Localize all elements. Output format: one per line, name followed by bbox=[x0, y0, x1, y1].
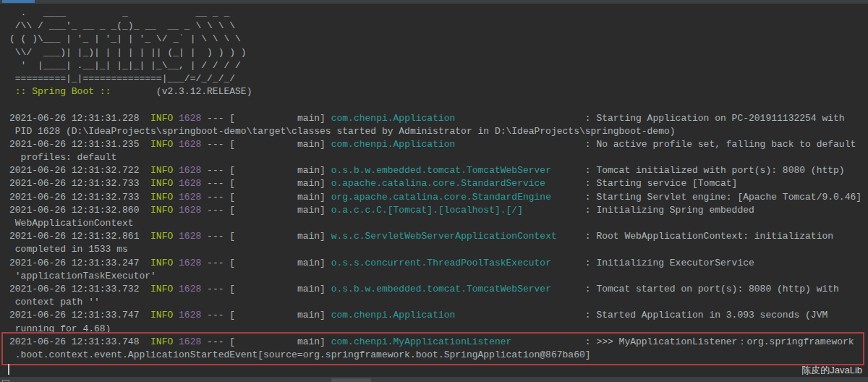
toolwindow-tab-4-run[interactable]: 4: Run bbox=[331, 378, 371, 382]
log-message: WebApplicationContext bbox=[9, 218, 134, 229]
log-pid: 1628 bbox=[173, 258, 201, 268]
banner-art-line: ' |____| .__|_| |_|_| |_\__, | / / / / bbox=[9, 59, 868, 72]
log-logger: o.s.b.w.embedded.tomcat.TomcatWebServer bbox=[331, 284, 585, 294]
log-line: 2021-06-26 12:31:33.747 INFO 1628 --- [ … bbox=[9, 309, 868, 322]
toolwindow-tab-problems[interactable]: Problems bbox=[59, 378, 109, 382]
log-message: profiles: default bbox=[9, 152, 116, 163]
log-line: 2021-06-26 12:31:33.732 INFO 1628 --- [ … bbox=[9, 283, 868, 296]
banner-art-line: . ____ _ __ _ _ bbox=[9, 7, 868, 20]
log-logger: com.chenpi.Application bbox=[331, 113, 585, 124]
log-logger: o.s.b.w.embedded.tomcat.TomcatWebServer bbox=[331, 165, 585, 176]
toolwindow-tab-build[interactable]: Build bbox=[14, 378, 48, 382]
toolwindow-tab-services[interactable]: Services bbox=[229, 378, 276, 382]
log-line: 2021-06-26 12:31:31.228 INFO 1628 --- [ … bbox=[9, 112, 868, 125]
log-thread: --- [ main] bbox=[201, 139, 331, 150]
spring-boot-label: :: Spring Boot :: bbox=[9, 86, 111, 97]
log-level: INFO bbox=[150, 178, 173, 189]
log-timestamp: 2021-06-26 12:31:32.860 bbox=[9, 205, 150, 216]
log-level: INFO bbox=[150, 139, 173, 150]
log-message: : Tomcat initialized with port(s): 8080 … bbox=[585, 165, 845, 176]
log-line-continuation: profiles: default bbox=[9, 151, 868, 164]
log-pid: 1628 bbox=[173, 113, 201, 124]
log-message: : Root WebApplicationContext: initializa… bbox=[585, 231, 833, 242]
log-message: : Tomcat started on port(s): 8080 (http)… bbox=[585, 284, 839, 294]
log-pid: 1628 bbox=[173, 231, 201, 242]
toolwindow-tab-git[interactable]: Git bbox=[284, 378, 310, 382]
text-caret bbox=[8, 364, 9, 375]
log-timestamp: 2021-06-26 12:31:32.861 bbox=[9, 231, 150, 242]
banner-art-line: =========|_|==============|___/=/_/_/_/ bbox=[9, 72, 868, 85]
log-logger: w.s.c.ServletWebServerApplicationContext bbox=[331, 231, 585, 242]
watermark: 陈皮的JavaLib bbox=[801, 364, 862, 377]
log-thread: --- [ main] bbox=[201, 113, 331, 124]
spring-boot-banner-line: :: Spring Boot :: (v2.3.12.RELEASE) bbox=[9, 85, 868, 98]
log-level: INFO bbox=[150, 192, 173, 203]
log-logger: com.chenpi.MyApplicationListener bbox=[331, 336, 585, 347]
log-logger: com.chenpi.Application bbox=[331, 139, 585, 150]
log-message: running for 4.68) bbox=[9, 323, 111, 334]
toolwindow-tab-6-todo[interactable]: 6: TODO bbox=[393, 378, 441, 382]
log-logger: o.a.c.c.C.[Tomcat].[localhost].[/] bbox=[331, 205, 585, 216]
log-line-continuation: 'applicationTaskExecutor' bbox=[9, 270, 868, 283]
log-message: .boot.context.event.ApplicationStartedEv… bbox=[9, 349, 591, 360]
log-message: : No active profile set, falling back to… bbox=[585, 139, 856, 150]
log-thread: --- [ main] bbox=[201, 284, 331, 294]
blank-line bbox=[9, 98, 868, 111]
log-timestamp: 2021-06-26 12:31:31.228 bbox=[9, 113, 150, 124]
log-thread: --- [ main] bbox=[201, 178, 331, 189]
horizontal-scrollbar-thumb[interactable] bbox=[2, 0, 35, 3]
banner-art-line: \\/ ___)| |_)| | | | | || (_| | ) ) ) ) bbox=[9, 46, 868, 59]
log-line-continuation: context path '' bbox=[9, 296, 868, 309]
console-output[interactable]: . ____ _ __ _ _ /\\ / ___'_ __ _ _(_)_ _… bbox=[0, 4, 868, 376]
log-timestamp: 2021-06-26 12:31:32.722 bbox=[9, 165, 150, 176]
log-message: : Initializing Spring embedded bbox=[585, 205, 754, 216]
log-message: completed in 1533 ms bbox=[9, 244, 128, 255]
log-thread: --- [ main] bbox=[201, 258, 331, 268]
spring-boot-version: (v2.3.12.RELEASE) bbox=[111, 86, 252, 97]
log-line: 2021-06-26 12:31:32.733 INFO 1628 --- [ … bbox=[9, 177, 868, 190]
log-message: PID 1628 (D:\IdeaProjects\springboot-dem… bbox=[9, 126, 676, 137]
log-pid: 1628 bbox=[173, 310, 201, 321]
log-level: INFO bbox=[150, 284, 173, 294]
log-logger: org.apache.catalina.core.StandardEngine bbox=[331, 192, 585, 203]
log-line: 2021-06-26 12:31:32.860 INFO 1628 --- [ … bbox=[9, 204, 868, 217]
log-timestamp: 2021-06-26 12:31:33.247 bbox=[9, 258, 150, 268]
log-message: : Starting Application on PC-20191113225… bbox=[585, 113, 845, 124]
log-level: INFO bbox=[150, 258, 173, 268]
log-line-continuation: PID 1628 (D:\IdeaProjects\springboot-dem… bbox=[9, 125, 868, 138]
log-line: 2021-06-26 12:31:32.733 INFO 1628 --- [ … bbox=[9, 191, 868, 204]
log-level: INFO bbox=[150, 205, 173, 216]
log-thread: --- [ main] bbox=[201, 205, 331, 216]
log-message: 'applicationTaskExecutor' bbox=[9, 271, 156, 281]
log-pid: 1628 bbox=[173, 165, 201, 176]
log-level: INFO bbox=[150, 113, 173, 124]
log-timestamp: 2021-06-26 12:31:32.733 bbox=[9, 178, 150, 189]
log-line-continuation: completed in 1533 ms bbox=[9, 243, 868, 256]
log-thread: --- [ main] bbox=[201, 165, 331, 176]
log-thread: --- [ main] bbox=[201, 310, 331, 321]
log-logger: o.apache.catalina.core.StandardService bbox=[331, 178, 585, 189]
log-line-continuation: WebApplicationContext bbox=[9, 217, 868, 230]
log-pid: 1628 bbox=[173, 178, 201, 189]
log-message: : Starting Servlet engine: [Apache Tomca… bbox=[585, 192, 861, 203]
banner-art-line: /\\ / ___'_ __ _ _(_)_ __ __ _ \ \ \ \ bbox=[9, 20, 868, 33]
toolwindow-tab-event-log[interactable]: Event Log bbox=[808, 378, 861, 382]
log-level: INFO bbox=[150, 165, 173, 176]
log-thread: --- [ main] bbox=[201, 231, 331, 242]
toolwindow-tab-terminal[interactable]: Terminal bbox=[139, 378, 186, 382]
log-message: : Starting service [Tomcat] bbox=[585, 178, 738, 189]
log-message: : >>> MyApplicationListener：org.springfr… bbox=[585, 336, 854, 347]
log-line-continuation: .boot.context.event.ApplicationStartedEv… bbox=[9, 349, 868, 362]
log-pid: 1628 bbox=[173, 205, 201, 216]
log-logger: o.s.s.concurrent.ThreadPoolTaskExecutor bbox=[331, 258, 585, 268]
log-line: 2021-06-26 12:31:32.722 INFO 1628 --- [ … bbox=[9, 164, 868, 177]
log-line: 2021-06-26 12:31:33.247 INFO 1628 --- [ … bbox=[9, 257, 868, 270]
log-pid: 1628 bbox=[173, 192, 201, 203]
log-thread: --- [ main] bbox=[201, 192, 331, 203]
log-timestamp: 2021-06-26 12:31:33.748 bbox=[9, 336, 150, 347]
log-line: 2021-06-26 12:31:32.861 INFO 1628 --- [ … bbox=[9, 230, 868, 243]
log-timestamp: 2021-06-26 12:31:32.733 bbox=[9, 192, 150, 203]
log-level: INFO bbox=[150, 231, 173, 242]
log-line: 2021-06-26 12:31:31.235 INFO 1628 --- [ … bbox=[9, 138, 868, 151]
log-line: 2021-06-26 12:31:33.748 INFO 1628 --- [ … bbox=[9, 336, 868, 349]
